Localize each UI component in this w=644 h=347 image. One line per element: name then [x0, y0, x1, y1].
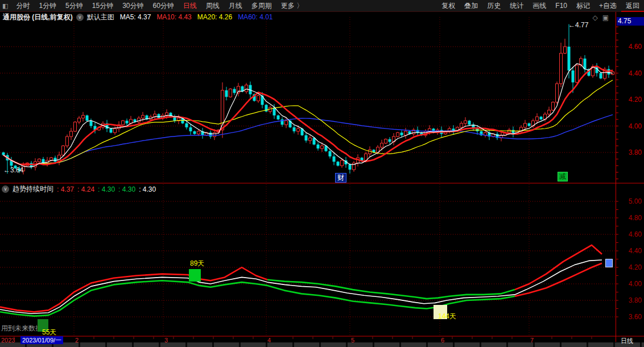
action-button-统计[interactable]: 统计: [505, 0, 528, 12]
toolbar-actions: 复权叠加历史统计画线F10标记+自选返回: [437, 0, 644, 12]
indicator-value: : 4.30: [139, 185, 156, 193]
indicator-value: : 4.30: [118, 185, 135, 193]
period-tab-月线[interactable]: 月线: [224, 1, 247, 11]
indicator-values: : 4.37: 4.24: 4.30: 4.30: 4.30: [53, 185, 156, 193]
ma-legend-item: MA20: 4.26: [197, 13, 232, 21]
indicator-latest-marker: [605, 259, 613, 267]
period-indicator-label: 日线: [621, 337, 633, 345]
indicator-axis-label: 4.60: [618, 230, 642, 238]
chevron-down-icon[interactable]: ∨: [76, 14, 84, 21]
period-tab-分时[interactable]: 分时: [11, 1, 34, 11]
indicator-axis-label: 5.00: [618, 197, 642, 205]
month-label-6: 6: [441, 337, 444, 344]
action-button-返回[interactable]: 返回: [621, 0, 644, 12]
chart-header: 通用股份 (日线,前复权) ∨ 默认主图 MA5: 4.37MA10: 4.43…: [0, 12, 279, 22]
stock-chart-app: ◧ 分时1分钟5分钟15分钟30分钟60分钟日线周线月线多周期更多 〉 复权叠加…: [0, 0, 644, 347]
action-button-F10[interactable]: F10: [551, 1, 572, 11]
ma-legend-item: MA60: 4.01: [238, 13, 273, 21]
chart-canvas[interactable]: [0, 0, 644, 347]
main-axis-label: 3.80: [618, 148, 642, 156]
period-tab-30分钟[interactable]: 30分钟: [118, 1, 148, 11]
trend-days-89: 89天: [190, 259, 204, 267]
action-button-历史[interactable]: 历史: [482, 0, 505, 12]
indicator-axis-label: 4.40: [618, 247, 642, 255]
news-flag-finance[interactable]: 财: [335, 173, 346, 183]
action-button-复权[interactable]: 复权: [437, 0, 460, 12]
indicator-header: ∨ 趋势持续时间 : 4.37: 4.24: 4.30: 4.30: 4.30: [2, 184, 156, 194]
selected-date[interactable]: 2023/01/09/一: [20, 336, 63, 344]
top-toolbar: ◧ 分时1分钟5分钟15分钟30分钟60分钟日线周线月线多周期更多 〉 复权叠加…: [0, 0, 644, 12]
indicator-axis-label: 3.80: [618, 296, 642, 304]
main-axis-label: 4.20: [618, 96, 642, 104]
ma-legend-item: MA5: 4.37: [120, 13, 151, 21]
chevron-down-icon[interactable]: ∨: [2, 185, 9, 193]
action-button-+自选[interactable]: +自选: [595, 0, 621, 12]
low-price-annotation: ←3.64: [3, 166, 23, 174]
month-label-5: 5: [351, 337, 354, 344]
period-tab-日线[interactable]: 日线: [179, 1, 201, 11]
trend-days-55: 55天: [42, 328, 56, 336]
month-label-7: 7: [530, 337, 534, 344]
latest-price-tag: 4.75: [617, 17, 644, 26]
action-button-画线[interactable]: 画线: [528, 0, 551, 12]
high-price-annotation: ←4.77: [568, 21, 588, 29]
action-button-叠加[interactable]: 叠加: [460, 0, 482, 12]
symbol-title: 通用股份 (日线,前复权): [3, 13, 73, 22]
main-axis-label: 4.60: [618, 43, 642, 51]
period-tab-周线[interactable]: 周线: [201, 1, 224, 11]
action-button-标记[interactable]: 标记: [572, 0, 595, 12]
period-tabs: ◧ 分时1分钟5分钟15分钟30分钟60分钟日线周线月线多周期更多 〉: [0, 1, 308, 11]
future-data-warning: 用到未来数据: [1, 324, 42, 332]
indicator-axis-label: 4.00: [618, 280, 642, 288]
overlay-selector[interactable]: 默认主图: [87, 13, 114, 22]
indicator-axis-label: 4.20: [618, 263, 642, 271]
indicator-value: : 4.30: [98, 185, 115, 193]
period-tab-更多 〉[interactable]: 更多 〉: [276, 1, 308, 11]
indicator-axis-label: 4.80: [618, 214, 642, 222]
news-flag-reduction[interactable]: 减: [558, 172, 568, 181]
indicator-value: : 4.37: [57, 185, 74, 193]
trend-box-89: [189, 269, 201, 282]
period-tab-15分钟[interactable]: 15分钟: [88, 1, 118, 11]
indicator-axis-label: 3.60: [618, 313, 642, 321]
indicator-name[interactable]: 趋势持续时间: [13, 184, 53, 194]
date-axis: 2023 2023/01/09/一 234567 日线: [0, 337, 644, 344]
diamond-icon[interactable]: ◇: [592, 14, 597, 22]
trend-days-144: 144天: [438, 312, 456, 320]
main-axis-label: 4.00: [618, 122, 642, 130]
main-axis-label: 4.40: [618, 69, 642, 77]
panel-toggle-icon[interactable]: ◧: [0, 2, 11, 10]
year-label: 2023: [1, 337, 15, 344]
month-label-3: 3: [164, 337, 168, 344]
month-label-4: 4: [267, 337, 271, 344]
month-label-2: 2: [75, 337, 79, 344]
period-tab-60分钟[interactable]: 60分钟: [148, 1, 179, 11]
ma-legend: MA5: 4.37MA10: 4.43MA20: 4.26MA60: 4.01: [120, 13, 279, 21]
indicator-value: : 4.24: [77, 185, 94, 193]
panel-icon[interactable]: ▣: [602, 14, 609, 22]
period-tab-1分钟[interactable]: 1分钟: [34, 1, 61, 11]
period-tab-多周期[interactable]: 多周期: [247, 1, 276, 11]
period-tab-5分钟[interactable]: 5分钟: [61, 1, 88, 11]
ma-legend-item: MA10: 4.43: [156, 13, 191, 21]
